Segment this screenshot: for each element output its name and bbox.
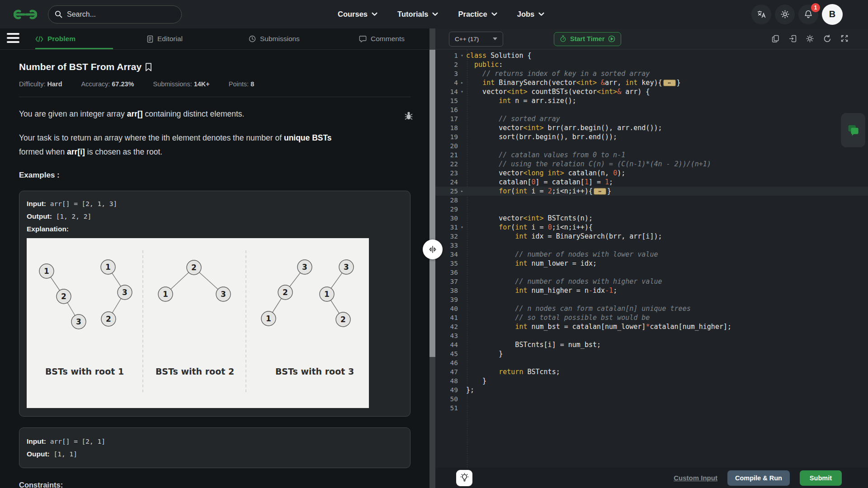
notifications-button[interactable]: 1 [798, 5, 818, 24]
code-line-51[interactable]: 51 [435, 404, 868, 413]
code-line-28[interactable]: 28 [435, 196, 868, 205]
example-row: Ouput: [1, 1] [27, 448, 403, 460]
fold-closed-icon[interactable]: ▸ [458, 187, 466, 196]
example-row: Output: [1, 2, 2] [27, 210, 403, 223]
submit-button[interactable]: Submit [800, 470, 842, 486]
code-line-24[interactable]: 24 catalan[0] = catalan[1] = 1; [435, 178, 868, 187]
hint-bulb-button[interactable] [456, 470, 472, 486]
constraints-heading: Constraints: [19, 481, 410, 488]
tab-submissions[interactable]: Submissions [249, 28, 300, 49]
fold-open-icon[interactable]: ▾ [458, 87, 466, 96]
code-line-19[interactable]: 19 sort(brr.begin(), brr.end()); [435, 132, 868, 141]
code-line-35[interactable]: 35 int num_lower = idx; [435, 259, 868, 268]
nav-item-tutorials[interactable]: Tutorials [397, 10, 438, 19]
copy-code-icon[interactable] [772, 35, 779, 43]
code-line-50[interactable]: 50 [435, 394, 868, 404]
code-line-43[interactable]: 43 [435, 331, 868, 340]
code-line-34[interactable]: 34 // number of nodes with lower value [435, 250, 868, 259]
meta-value: 14K+ [194, 80, 210, 88]
fold-open-icon[interactable]: ▾ [458, 223, 466, 232]
code-line-48[interactable]: 48 } [435, 376, 868, 385]
code-line-37[interactable]: 37 // number of nodes with higher value [435, 277, 868, 286]
code-line-38[interactable]: 38 int num_higher = n-idx-1; [435, 286, 868, 295]
nav-item-practice[interactable]: Practice [458, 10, 497, 19]
fold-spacer [458, 259, 466, 268]
translate-button[interactable] [751, 5, 771, 24]
search-input[interactable] [67, 10, 175, 19]
stopwatch-icon [560, 35, 566, 42]
report-bug-icon[interactable] [404, 111, 413, 122]
code-line-36[interactable]: 36 [435, 268, 868, 277]
folded-code-icon[interactable]: ↔ [594, 188, 606, 195]
reset-code-icon[interactable] [823, 35, 831, 43]
nav-item-courses[interactable]: Courses [338, 10, 377, 19]
code-line-41[interactable]: 41 // so total possible bst would be [435, 313, 868, 322]
settings-gear-icon[interactable] [806, 35, 814, 43]
code-line-47[interactable]: 47 return BSTcnts; [435, 367, 868, 376]
custom-input-link[interactable]: Custom Input [674, 474, 717, 482]
token [466, 223, 499, 231]
line-number: 35 [435, 259, 458, 268]
code-text: for(int i = 2;i<n;i++){↔} [466, 187, 611, 196]
code-line-14[interactable]: 14▾ vector<int> countBSTs(vector<int>& a… [435, 87, 868, 96]
line-number: 20 [435, 141, 458, 150]
code-line-22[interactable]: 22 // using the relation C(n) = (C(n-1)*… [435, 160, 868, 169]
fold-closed-icon[interactable]: ▸ [458, 78, 466, 87]
code-line-32[interactable]: 32 int idx = BinarySearch(brr, arr[i]); [435, 232, 868, 241]
token: catalan[num_higher]; [650, 323, 731, 331]
code-line-18[interactable]: 18 vector<int> brr(arr.begin(), arr.end(… [435, 123, 868, 132]
code-line-39[interactable]: 39 [435, 295, 868, 304]
code-line-33[interactable]: 33 [435, 241, 868, 250]
code-text: } [466, 376, 486, 385]
code-line-3[interactable]: 3 // returns index of key in a sorted ar… [435, 69, 868, 78]
chat-widget-button[interactable] [841, 113, 865, 147]
code-line-21[interactable]: 21 // catalan values from 0 to n-1 [435, 150, 868, 160]
folded-code-icon[interactable]: ↔ [663, 80, 676, 86]
code-line-45[interactable]: 45 } [435, 349, 868, 358]
bookmark-icon[interactable] [145, 63, 152, 71]
fold-open-icon[interactable]: ▾ [458, 51, 466, 60]
hamburger-menu-icon[interactable] [7, 33, 20, 45]
code-line-16[interactable]: 16 [435, 105, 868, 114]
code-line-1[interactable]: 1▾class Solution { [435, 51, 868, 60]
code-line-25[interactable]: 25▸ for(int i = 2;i<n;i++){↔} [435, 187, 868, 196]
token: for [499, 187, 511, 195]
compile-run-button[interactable]: Compile & Run [727, 470, 790, 486]
line-number: 19 [435, 132, 458, 141]
tab-editorial[interactable]: Editorial [147, 28, 183, 49]
code-line-15[interactable]: 15 int n = arr.size(); [435, 96, 868, 105]
tab-comments[interactable]: Comments [359, 28, 405, 49]
language-selector[interactable]: C++ (17) [449, 32, 503, 47]
code-line-2[interactable]: 2 public: [435, 60, 868, 69]
code-line-23[interactable]: 23 vector<long int> catalan(n, 0); [435, 169, 868, 178]
line-number: 51 [435, 404, 458, 413]
gfg-logo[interactable] [14, 8, 37, 21]
code-line-17[interactable]: 17 // sorted array [435, 114, 868, 123]
insert-code-icon[interactable] [789, 35, 797, 43]
code-line-29[interactable]: 29 [435, 205, 868, 214]
code-line-46[interactable]: 46 [435, 358, 868, 367]
code-line-40[interactable]: 40 // n nodes can form catalan[n] unique… [435, 304, 868, 313]
nav-item-jobs[interactable]: Jobs [517, 10, 545, 19]
tree-node-label: 2 [340, 315, 346, 324]
tab-problem[interactable]: Problem [35, 28, 75, 49]
code-line-20[interactable]: 20 [435, 141, 868, 150]
start-timer-button[interactable]: Start Timer [554, 32, 621, 46]
code-line-4[interactable]: 4▸ int BinarySearch(vector<int> &arr, in… [435, 78, 868, 87]
code-line-49[interactable]: 49}; [435, 385, 868, 394]
code-line-31[interactable]: 31▾ for(int i = 0;i<n;i++){ [435, 223, 868, 232]
code-line-42[interactable]: 42 int num_bst = catalan[num_lower]*cata… [435, 322, 868, 331]
theme-toggle-button[interactable] [775, 5, 795, 24]
token: int [499, 97, 511, 105]
avatar[interactable]: B [822, 4, 843, 25]
code-line-30[interactable]: 30 vector<int> BSTcnts(n); [435, 214, 868, 223]
code-editor[interactable]: 1▾class Solution {2 public:3 // returns … [435, 50, 868, 468]
code-line-44[interactable]: 44 BSTcnts[i] = num_bst; [435, 340, 868, 349]
token: 1 [605, 178, 609, 186]
search-bar[interactable] [48, 5, 182, 23]
panel-scrollbar-thumb[interactable] [429, 50, 435, 357]
panel-resize-handle[interactable] [423, 239, 443, 259]
line-number: 21 [435, 150, 458, 160]
token: // returns index of key in a sorted arra… [466, 70, 650, 78]
fullscreen-icon[interactable] [841, 35, 848, 43]
